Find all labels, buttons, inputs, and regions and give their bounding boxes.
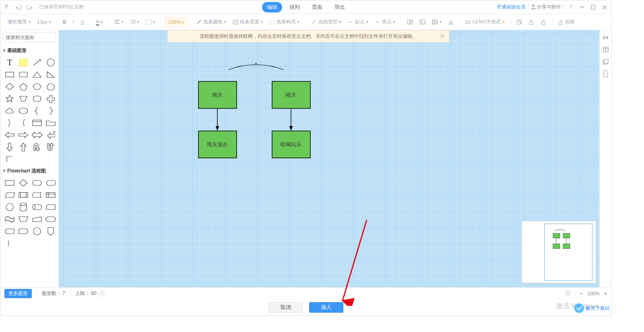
fc-predefined[interactable] [17, 190, 29, 200]
connector-type-button[interactable]: 连线类型▾ [309, 18, 344, 26]
line-color-button[interactable]: 线条颜色▾ [194, 18, 229, 26]
canvas[interactable]: 流程图使用时需保持联网，内容会实时保存至云文档。关闭后可在云文档中找到文件并打开… [59, 30, 611, 287]
share-button[interactable]: 分享与协作 [531, 4, 561, 10]
fc-connector[interactable] [4, 202, 16, 212]
shape-arrow-right[interactable] [17, 130, 29, 140]
undo-icon[interactable] [14, 3, 23, 12]
layout-icon[interactable] [405, 19, 415, 25]
font-size-select[interactable]: 13px▾ [35, 19, 54, 26]
tab-page[interactable]: 页面 [307, 2, 327, 12]
line-spacing-button[interactable]: ▾ [128, 19, 142, 25]
zoom-out-button[interactable]: − [580, 290, 583, 297]
tab-arrange[interactable]: 排列 [285, 2, 305, 12]
copy-icon[interactable] [514, 19, 524, 26]
shape-trapezoid-down[interactable] [17, 93, 29, 104]
shape-star[interactable] [4, 93, 16, 104]
fc-terminator[interactable] [31, 178, 43, 188]
shape-uturn-up[interactable] [45, 142, 57, 152]
tab-edit[interactable]: 编辑 [262, 2, 282, 12]
rail-page-icon[interactable] [602, 70, 610, 78]
fc-database[interactable] [17, 202, 29, 212]
diagram-node-4[interactable]: 吃喝玩乐 [272, 131, 310, 158]
shape-text[interactable]: T [4, 57, 16, 68]
category-basic[interactable]: 基础图形 [0, 45, 58, 56]
rail-layers-icon[interactable] [602, 58, 610, 66]
shape-rect[interactable] [4, 69, 16, 80]
rail-arrow-icon[interactable] [602, 33, 610, 42]
start-point-button[interactable]: 起点▾ [345, 18, 371, 26]
shape-bracket-right[interactable] [4, 118, 16, 128]
fc-summing[interactable] [31, 226, 43, 237]
shape-circle[interactable] [45, 57, 57, 68]
shape-corner[interactable] [4, 154, 16, 164]
more-shapes-button[interactable]: 更多图形 [4, 289, 32, 298]
lock-open-icon[interactable] [526, 19, 537, 26]
member-link[interactable]: 开通超级会员 [497, 4, 526, 10]
diagram-node-2[interactable]: 晴天 [272, 81, 310, 108]
shape-plus[interactable] [45, 93, 57, 104]
eye-icon[interactable] [565, 290, 571, 297]
fc-tape[interactable] [4, 214, 16, 224]
minimap[interactable] [522, 221, 596, 283]
banner-close-icon[interactable]: ✕ [440, 33, 445, 39]
zoom-value[interactable]: 100% ▾ [164, 18, 187, 27]
shape-uturn-down[interactable] [31, 142, 43, 152]
shape-diamond[interactable] [4, 81, 16, 92]
bold-button[interactable]: B [60, 19, 69, 26]
rail-layout-icon[interactable] [602, 46, 610, 54]
shape-octagon[interactable] [45, 81, 57, 92]
shape-arrow-both[interactable] [31, 130, 43, 140]
fc-display[interactable] [45, 178, 57, 188]
chevron-down-icon[interactable] [578, 3, 586, 12]
fc-stored-data[interactable] [31, 190, 43, 200]
cut-icon[interactable] [446, 19, 456, 26]
redo-icon[interactable] [25, 3, 34, 12]
font-family-select[interactable]: 微软雅黑▾ [5, 18, 33, 26]
shape-right-triangle[interactable] [45, 69, 57, 80]
fc-manual-input[interactable] [31, 214, 43, 224]
line-style-button[interactable]: 线条样式▾ [267, 18, 302, 26]
shape-pentagon[interactable] [17, 81, 29, 92]
shape-arrow-leftdown[interactable] [45, 130, 57, 140]
diagram-node-3[interactable]: 雨天漫步 [198, 131, 237, 158]
help-icon[interactable]: ? [566, 3, 575, 12]
search-box[interactable]: 🔍 [3, 33, 56, 42]
shape-arrow-left[interactable] [4, 130, 16, 140]
category-flowchart[interactable]: Flowchart 流程图 [0, 165, 58, 177]
fc-offpage[interactable] [45, 226, 57, 237]
fc-card[interactable] [45, 202, 57, 212]
fc-delay-left[interactable] [4, 226, 16, 237]
shape-brace-right[interactable] [45, 106, 57, 116]
shape-note[interactable] [17, 57, 29, 68]
insert-button[interactable]: 插入 [309, 302, 343, 313]
cancel-button[interactable]: 取消 [268, 302, 303, 313]
image-icon[interactable] [417, 19, 428, 25]
style-button[interactable]: 风格 [555, 18, 577, 26]
fc-bracket[interactable] [4, 238, 16, 249]
italic-button[interactable]: I [70, 18, 77, 26]
diagram-node-1[interactable]: 雨天 [198, 81, 237, 108]
font-color-button[interactable]: A▾ [93, 18, 105, 26]
align-button[interactable]: ▾ [112, 19, 126, 25]
end-point-button[interactable]: 终点▾ [372, 18, 398, 26]
shape-cloud[interactable] [4, 106, 16, 116]
fc-direct-data[interactable] [31, 202, 43, 212]
fc-data[interactable] [4, 190, 16, 200]
fc-delay-right[interactable] [17, 226, 29, 237]
shape-triangle[interactable] [31, 69, 43, 80]
zoom-in-button[interactable]: + [604, 290, 607, 297]
shape-folder[interactable] [45, 118, 57, 128]
shape-round-rect[interactable] [17, 69, 29, 80]
latex-button[interactable]: Σx LaTeX方程式S [463, 18, 507, 26]
format-brush-icon[interactable] [3, 3, 12, 12]
shape-bracket-left[interactable] [17, 118, 29, 128]
tab-export[interactable]: 导出 [330, 2, 350, 12]
fc-decision[interactable] [17, 178, 29, 188]
lock-icon[interactable] [538, 19, 549, 26]
fc-preparation[interactable] [45, 214, 57, 224]
grid-icon[interactable]: ▾ [429, 19, 444, 25]
shape-line[interactable] [31, 57, 43, 68]
fill-color-button[interactable]: ▾ [143, 19, 157, 26]
shape-hexagon[interactable] [31, 81, 43, 92]
shape-ellipse[interactable] [17, 106, 29, 116]
